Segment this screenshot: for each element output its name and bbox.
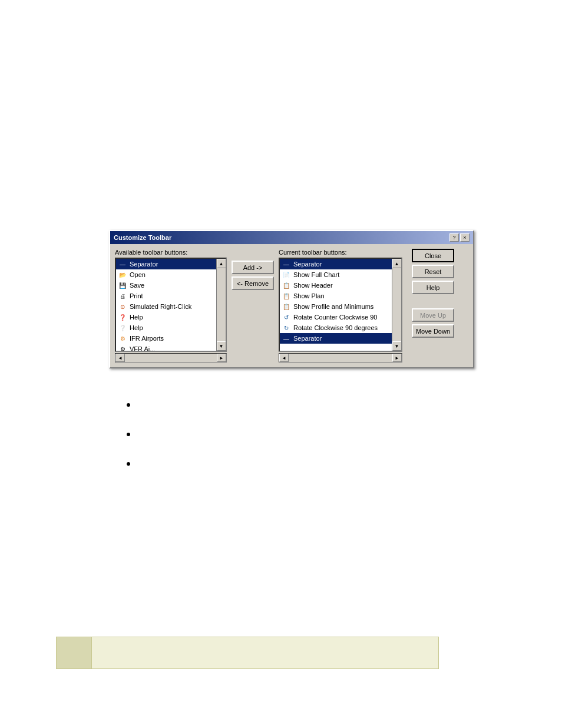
list-item[interactable]: ❓ Help	[116, 312, 216, 322]
list-item-label: Print	[130, 292, 143, 299]
dialog-body: Available toolbar buttons: — Separator 📂…	[115, 249, 468, 363]
available-listbox[interactable]: — Separator 📂 Open 💾 Save	[115, 258, 227, 352]
vfr-icon: ⚙	[118, 344, 127, 351]
scroll-up-arrow[interactable]: ▲	[217, 259, 226, 268]
list-item[interactable]: ↺ Rotate Counter Clockwise 90	[280, 312, 392, 322]
sim-icon: ⊙	[118, 302, 127, 311]
list-item[interactable]: 📄 Show Full Chart	[280, 269, 392, 280]
current-listbox[interactable]: — Separator 📄 Show Full Chart 📋 Show Hea…	[279, 258, 402, 352]
rotate-ccw-icon: ↺	[282, 312, 291, 322]
help-icon: ❓	[118, 312, 127, 322]
hscroll-track[interactable]	[125, 354, 217, 362]
separator-icon: —	[282, 334, 291, 343]
available-scrollbar[interactable]: ▲ ▼	[216, 259, 226, 351]
bullet-dot	[127, 403, 130, 407]
dialog-title: Customize Toolbar	[114, 234, 171, 241]
bottom-bar-left-cell	[57, 637, 92, 668]
bullet-dot	[127, 462, 130, 466]
list-item[interactable]: ⚙ VFR Ai...	[116, 344, 216, 351]
bullet-section	[127, 401, 136, 489]
separator-icon: —	[118, 259, 127, 269]
available-label: Available toolbar buttons:	[115, 249, 227, 256]
remove-button[interactable]: <- Remove	[232, 276, 274, 290]
hscroll-right[interactable]: ►	[217, 354, 226, 362]
bullet-item	[127, 401, 136, 407]
bullet-item	[127, 430, 136, 436]
hscroll-left[interactable]: ◄	[115, 354, 125, 362]
bullet-item	[127, 460, 136, 466]
move-down-button[interactable]: Move Down	[412, 324, 454, 338]
titlebar-buttons: ? ×	[449, 233, 470, 242]
list-item[interactable]: 📋 Show Header	[280, 280, 392, 291]
move-up-button[interactable]: Move Up	[412, 308, 454, 322]
list-item-label: Rotate Clockwise 90 degrees	[293, 324, 378, 331]
dialog-close-button[interactable]: ×	[460, 233, 470, 242]
open-icon: 📂	[118, 270, 127, 279]
dialog-content: Available toolbar buttons: — Separator 📂…	[110, 244, 473, 367]
list-item-label: Show Header	[293, 282, 333, 289]
list-item-label: Help	[130, 324, 143, 331]
scroll-down-arrow[interactable]: ▼	[392, 341, 402, 351]
current-hscrollbar[interactable]: ◄ ►	[279, 353, 402, 363]
list-item-label: Separator	[293, 261, 322, 268]
list-item[interactable]: 📋 Show Plan	[280, 291, 392, 301]
scroll-track[interactable]	[392, 268, 401, 341]
action-buttons: Close Reset Help Move Up Move Down	[412, 249, 454, 338]
rotate-cw-icon: ↻	[282, 323, 291, 332]
available-listbox-inner[interactable]: — Separator 📂 Open 💾 Save	[116, 259, 216, 351]
list-item-label: Separator	[130, 261, 158, 268]
list-item[interactable]: 🖨 Print	[116, 291, 216, 301]
list-item[interactable]: 💾 Save	[116, 280, 216, 291]
scroll-track[interactable]	[217, 268, 226, 341]
help-action-button[interactable]: Help	[412, 281, 454, 294]
add-button[interactable]: Add ->	[232, 261, 274, 274]
list-item-label: Show Full Chart	[293, 271, 339, 278]
dialog-titlebar: Customize Toolbar ? ×	[110, 231, 473, 244]
help2-icon: ❔	[118, 323, 127, 332]
print-icon: 🖨	[118, 291, 127, 301]
save-icon: 💾	[118, 281, 127, 290]
list-item-separator-selected[interactable]: — Separator	[280, 333, 392, 344]
list-item[interactable]: — Separator	[280, 259, 392, 269]
hscroll-left[interactable]: ◄	[279, 354, 289, 362]
scroll-down-arrow[interactable]: ▼	[217, 341, 226, 351]
list-item-label: Simulated Right-Click	[130, 303, 191, 310]
list-item[interactable]: ⊙ Simulated Right-Click	[116, 301, 216, 312]
page-icon: 📋	[282, 281, 291, 290]
list-item[interactable]: — Separator	[116, 259, 216, 269]
add-remove-buttons: Add -> <- Remove	[232, 261, 274, 290]
page-icon: 📋	[282, 302, 291, 311]
list-item-label: Rotate Counter Clockwise 90	[293, 314, 377, 321]
bottom-bar	[56, 637, 439, 669]
list-item[interactable]: 📋 Show Profile and Minimums	[280, 301, 392, 312]
reset-button[interactable]: Reset	[412, 265, 454, 278]
current-scrollbar[interactable]: ▲ ▼	[392, 259, 401, 351]
bullet-dot	[127, 433, 130, 436]
bottom-bar-right-cell	[92, 637, 438, 668]
available-panel: Available toolbar buttons: — Separator 📂…	[115, 249, 227, 363]
list-item-label: Separator	[293, 335, 322, 342]
list-item-label: Save	[130, 282, 144, 289]
available-hscrollbar[interactable]: ◄ ►	[115, 353, 227, 363]
current-listbox-inner[interactable]: — Separator 📄 Show Full Chart 📋 Show Hea…	[280, 259, 392, 351]
current-panel: Current toolbar buttons: — Separator 📄 S…	[279, 249, 402, 363]
chart-icon: 📄	[282, 270, 291, 279]
current-label: Current toolbar buttons:	[279, 249, 402, 256]
list-item[interactable]: ↻ Rotate Clockwise 90 degrees	[280, 322, 392, 333]
list-item-label: Show Plan	[293, 292, 325, 299]
page-icon: 📋	[282, 291, 291, 301]
list-item[interactable]: 📂 Open	[116, 269, 216, 280]
list-item-label: VFR Ai...	[130, 345, 155, 351]
list-item-label: IFR Airports	[130, 335, 164, 342]
scroll-up-arrow[interactable]: ▲	[392, 259, 402, 268]
hscroll-right[interactable]: ►	[392, 354, 402, 362]
list-item-label: Open	[130, 271, 146, 278]
list-item[interactable]: ❔ Help	[116, 322, 216, 333]
list-item-label: Help	[130, 314, 143, 321]
list-item[interactable]: ⚙ IFR Airports	[116, 333, 216, 344]
ifr-icon: ⚙	[118, 334, 127, 343]
customize-toolbar-dialog: Customize Toolbar ? × Available toolbar …	[109, 230, 474, 368]
hscroll-track[interactable]	[289, 354, 392, 362]
dialog-help-button[interactable]: ?	[449, 233, 459, 242]
close-button[interactable]: Close	[412, 249, 454, 262]
